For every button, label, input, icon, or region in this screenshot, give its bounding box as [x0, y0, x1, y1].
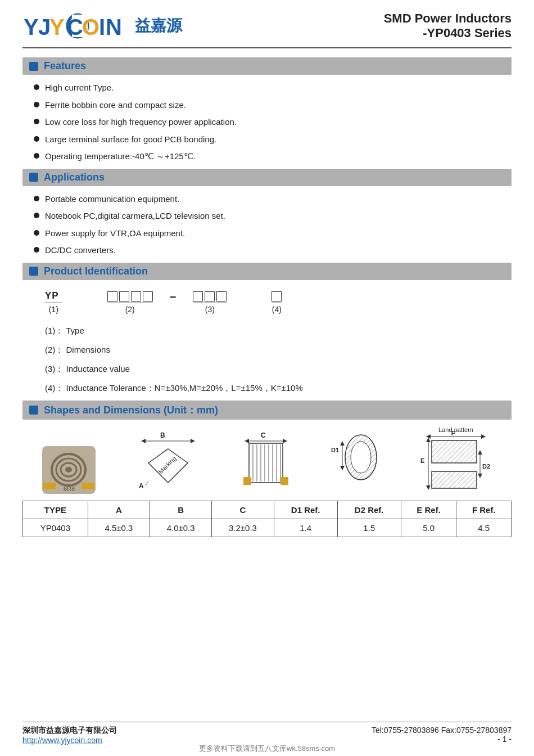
product-id-title: Product Identification	[44, 266, 148, 277]
applications-list: Portable communication equipment. Notebo…	[34, 193, 512, 257]
header-title: SMD Power Inductors -YP0403 Series	[384, 11, 512, 40]
svg-rect-14	[43, 483, 56, 489]
land-pattern-wrap: Land pattern F E D2	[419, 426, 492, 494]
pid-boxes-4	[271, 291, 282, 302]
pid-col-1: YP (1)	[45, 290, 62, 314]
footer-left: 深圳市益嘉源电子有限公司 http://www.yjycoin.com	[22, 726, 117, 745]
table-cell-d1: 1.4	[274, 519, 337, 537]
table-cell-a: 4.5±0.3	[88, 519, 150, 537]
list-item-text: Power supply for VTR,OA equipment.	[45, 227, 185, 240]
bullet	[34, 102, 39, 107]
svg-text:O: O	[82, 15, 99, 39]
list-item: Notebook PC,digital carmera,LCD televisi…	[34, 210, 512, 223]
svg-marker-55	[426, 485, 431, 490]
svg-text:C: C	[67, 15, 83, 39]
list-item-text: Notebook PC,digital carmera,LCD televisi…	[45, 210, 225, 223]
list-item: Ferrite bobbin core and compact size.	[34, 99, 512, 112]
pid-col-3: (3)	[193, 291, 227, 314]
front-view-wrap: C	[241, 432, 291, 494]
pid-desc-item: (4)： Inductance Tolerance：N=±30%,M=±20%，…	[45, 381, 512, 395]
pid-desc-text: Inductance value	[66, 364, 130, 374]
pid-desc-text: Dimensions	[66, 345, 110, 354]
svg-text:6R8: 6R8	[64, 485, 75, 492]
svg-marker-42	[340, 441, 345, 446]
list-item: Power supply for VTR,OA equipment.	[34, 227, 512, 240]
pid-box	[216, 291, 227, 302]
product-id-icon	[29, 267, 38, 276]
table-cell-type: YP0403	[23, 519, 88, 537]
list-item: Operating temperature:-40℃ ～+125℃.	[34, 150, 512, 163]
applications-title: Applications	[44, 172, 105, 183]
bullet	[34, 153, 39, 159]
svg-text:N: N	[106, 15, 122, 39]
shapes-icon	[29, 406, 38, 415]
cross-section-wrap: D1	[330, 432, 381, 494]
pid-desc-item: (3)： Inductance value	[45, 362, 512, 376]
pid-box	[205, 291, 215, 302]
svg-rect-62	[432, 471, 477, 488]
shapes-title: Shapes and Dimensions (Unit：mm)	[44, 403, 218, 417]
pid-num-2: (2)	[125, 305, 135, 314]
pid-num-1: (1)	[49, 305, 58, 314]
pid-box	[119, 291, 129, 302]
svg-rect-38	[243, 477, 251, 485]
cross-section-svg: D1	[330, 432, 381, 494]
svg-text:Y: Y	[49, 15, 65, 39]
pid-box	[107, 291, 117, 302]
table-header-a: A	[88, 501, 150, 519]
table-cell-b: 4.0±0.3	[150, 519, 212, 537]
table-header-b: B	[150, 501, 212, 519]
logo-svg: Y J Y C O I N	[22, 11, 129, 40]
svg-marker-58	[478, 450, 482, 454]
header: Y J Y C O I N 益嘉源 SMD Power Inductors -Y…	[22, 11, 512, 48]
land-pattern-svg: Land pattern F E D2	[419, 426, 492, 494]
table-header-d2: D2 Ref.	[337, 501, 401, 519]
list-item-text: Operating temperature:-40℃ ～+125℃.	[45, 150, 196, 163]
pid-desc-num: (1)：	[45, 326, 64, 335]
side-view-svg: B Marking A	[134, 432, 202, 494]
applications-section-bar: Applications	[22, 169, 512, 186]
page: Y J Y C O I N 益嘉源 SMD Power Inductors -Y…	[0, 0, 534, 756]
footer-tel-fax: Tel:0755-27803896 Fax:0755-27803897	[372, 726, 512, 735]
bullet	[34, 119, 39, 124]
svg-marker-20	[191, 439, 195, 443]
list-item-text: Low core loss for high frequency power a…	[45, 116, 237, 129]
pid-desc-item: (1)： Type	[45, 324, 512, 338]
pid-box	[193, 291, 203, 302]
svg-marker-50	[481, 434, 486, 439]
svg-text:B: B	[160, 432, 165, 439]
svg-point-13	[65, 467, 72, 472]
list-item: Large terminal surface for good PCB bond…	[34, 133, 512, 146]
svg-marker-19	[141, 439, 146, 443]
svg-text:Y: Y	[24, 15, 39, 39]
footer-company: 深圳市益嘉源电子有限公司	[22, 726, 117, 736]
pid-boxes-3	[193, 291, 227, 302]
table-header-e: E Ref.	[401, 501, 456, 519]
pid-desc-item: (2)： Dimensions	[45, 343, 512, 357]
svg-text:D1: D1	[331, 447, 339, 453]
logo-area: Y J Y C O I N 益嘉源	[22, 11, 182, 40]
svg-text:C: C	[261, 432, 266, 439]
svg-text:F: F	[451, 430, 455, 436]
table-cell-e: 5.0	[401, 519, 456, 537]
dimensions-table: TYPE A B C D1 Ref. D2 Ref. E Ref. F Ref.…	[22, 501, 512, 537]
bullet	[34, 84, 39, 90]
table-header-f: F Ref.	[456, 501, 512, 519]
pid-desc-num: (3)：	[45, 364, 64, 374]
features-list: High current Type. Ferrite bobbin core a…	[34, 82, 512, 163]
table-cell-d2: 1.5	[337, 519, 401, 537]
svg-text:J: J	[38, 15, 51, 39]
table-cell-c: 3.2±0.3	[212, 519, 274, 537]
coil-photo-svg: 6R8	[42, 446, 96, 494]
side-view-wrap: B Marking A	[134, 432, 202, 494]
applications-icon	[29, 173, 38, 182]
list-item-text: High current Type.	[45, 82, 114, 94]
table-header-d1: D1 Ref.	[274, 501, 337, 519]
bullet	[34, 247, 39, 253]
features-section-bar: Features	[22, 57, 512, 75]
svg-line-24	[146, 482, 148, 485]
product-id-descriptions: (1)： Type (2)： Dimensions (3)： Inductanc…	[45, 324, 512, 395]
list-item: High current Type.	[34, 82, 512, 94]
svg-text:A: A	[139, 482, 144, 490]
pid-dash: −	[170, 291, 177, 304]
